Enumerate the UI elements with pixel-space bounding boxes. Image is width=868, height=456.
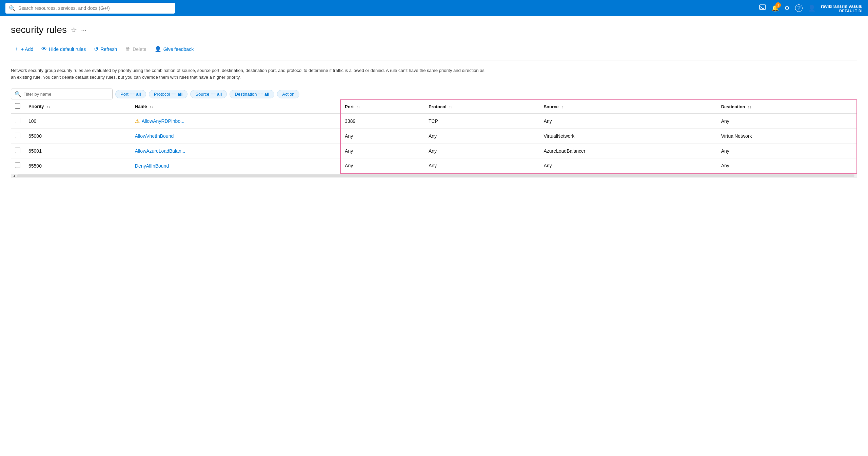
protocol-cell: Any (425, 144, 540, 158)
source-sort-icon: ↑↓ (561, 105, 565, 109)
name-sort-icon: ↑↓ (150, 104, 153, 109)
favorite-icon[interactable]: ☆ (71, 26, 77, 34)
source-cell: Any (539, 113, 717, 129)
svg-rect-0 (760, 5, 766, 10)
name-cell[interactable]: AllowVnetInBound (131, 129, 340, 144)
rule-name-link[interactable]: AllowVnetInBound (135, 133, 174, 139)
terminal-icon[interactable] (759, 4, 766, 13)
protocol-cell: Any (425, 129, 540, 144)
row-checkbox-1[interactable] (15, 133, 20, 138)
notification-icon[interactable]: 🔔 1 (771, 4, 779, 12)
source-header[interactable]: Source ↑↓ (539, 100, 717, 113)
priority-cell: 100 (24, 113, 131, 129)
main-content: security rules ☆ ··· ＋ + Add 👁 Hide defa… (0, 16, 868, 186)
rule-name-link[interactable]: DenyAllInBound (135, 163, 169, 169)
port-sort-icon: ↑↓ (356, 105, 360, 109)
table-row: 65500DenyAllInBoundAnyAnyAnyAny (11, 158, 857, 173)
priority-cell: 65001 (24, 144, 131, 158)
feedback-button[interactable]: 👤 Give feedback (152, 44, 197, 54)
action-filter-chip[interactable]: Action (277, 90, 299, 98)
source-cell: AzureLoadBalancer (539, 144, 717, 158)
protocol-cell: TCP (425, 113, 540, 129)
select-all-checkbox[interactable] (15, 103, 20, 109)
delete-button[interactable]: 🗑 Delete (122, 44, 149, 54)
tenant: DEFAULT DI (821, 9, 863, 13)
user-info: ravikiransrinivasulu DEFAULT DI (821, 4, 863, 13)
row-checkbox-cell[interactable] (11, 113, 24, 129)
table-row: 65001AllowAzureLoadBalan...AnyAnyAzureLo… (11, 144, 857, 158)
scrollbar-track[interactable] (17, 174, 854, 177)
rule-name-link[interactable]: AllowAzureLoadBalan... (135, 148, 185, 154)
table-row: 65000AllowVnetInBoundAnyAnyVirtualNetwor… (11, 129, 857, 144)
profile-icon[interactable]: 👤 (808, 4, 815, 12)
row-checkbox-0[interactable] (15, 118, 20, 123)
description-text: Network security group security rules ar… (11, 67, 486, 80)
port-cell: Any (340, 129, 425, 144)
destination-sort-icon: ↑↓ (748, 105, 751, 109)
horizontal-scrollbar[interactable]: ◄ (11, 174, 857, 178)
search-bar[interactable]: 🔍 (5, 3, 175, 14)
row-checkbox-2[interactable] (15, 148, 20, 153)
protocol-filter-chip[interactable]: Protocol == all (149, 90, 188, 98)
eye-icon: 👁 (41, 46, 47, 52)
select-all-header[interactable] (11, 100, 24, 113)
source-cell: Any (539, 158, 717, 173)
name-header[interactable]: Name ↑↓ (131, 100, 340, 113)
row-checkbox-3[interactable] (15, 163, 20, 168)
refresh-button[interactable]: ↺ Refresh (91, 44, 120, 54)
filter-search-icon: 🔍 (15, 91, 21, 97)
source-cell: VirtualNetwork (539, 129, 717, 144)
port-filter-chip[interactable]: Port == all (115, 90, 146, 98)
notification-badge: 1 (775, 2, 781, 8)
table-row: 100⚠AllowAnyRDPInbo...3389TCPAnyAny (11, 113, 857, 129)
row-checkbox-cell[interactable] (11, 129, 24, 144)
nav-icons: 🔔 1 ⚙ ? 👤 ravikiransrinivasulu DEFAULT D… (759, 4, 863, 13)
port-cell: Any (340, 158, 425, 173)
search-input[interactable] (18, 5, 172, 11)
scroll-left-arrow[interactable]: ◄ (12, 174, 16, 178)
destination-cell: Any (717, 113, 857, 129)
username: ravikiransrinivasulu (821, 4, 863, 9)
settings-icon[interactable]: ⚙ (784, 4, 790, 12)
page-title-row: security rules ☆ ··· (11, 24, 857, 35)
feedback-icon: 👤 (155, 46, 161, 52)
add-button[interactable]: ＋ + Add (11, 43, 36, 55)
priority-cell: 65000 (24, 129, 131, 144)
protocol-cell: Any (425, 158, 540, 173)
protocol-sort-icon: ↑↓ (449, 105, 453, 109)
row-checkbox-cell[interactable] (11, 144, 24, 158)
port-header[interactable]: Port ↑↓ (340, 100, 425, 113)
destination-cell: Any (717, 158, 857, 173)
destination-filter-chip[interactable]: Destination == all (230, 90, 274, 98)
name-cell[interactable]: DenyAllInBound (131, 158, 340, 173)
hide-default-rules-button[interactable]: 👁 Hide default rules (39, 44, 88, 54)
destination-header[interactable]: Destination ↑↓ (717, 100, 857, 113)
protocol-header[interactable]: Protocol ↑↓ (425, 100, 540, 113)
delete-icon: 🗑 (125, 46, 131, 52)
refresh-icon: ↺ (94, 46, 98, 52)
priority-sort-icon: ↑↓ (46, 104, 50, 109)
security-rules-table: Priority ↑↓ Name ↑↓ Port ↑↓ Protocol ↑↓ (11, 99, 857, 174)
destination-cell: VirtualNetwork (717, 129, 857, 144)
source-filter-chip[interactable]: Source == all (190, 90, 227, 98)
warning-icon: ⚠ (135, 118, 140, 124)
priority-cell: 65500 (24, 158, 131, 173)
rule-name-link[interactable]: AllowAnyRDPInbo... (142, 118, 184, 124)
page-title: security rules (11, 24, 67, 35)
port-cell: 3389 (340, 113, 425, 129)
priority-header[interactable]: Priority ↑↓ (24, 100, 131, 113)
filter-by-name[interactable]: 🔍 (11, 89, 113, 99)
toolbar: ＋ + Add 👁 Hide default rules ↺ Refresh 🗑… (11, 43, 857, 60)
filter-name-input[interactable] (23, 92, 109, 97)
name-cell[interactable]: ⚠AllowAnyRDPInbo... (131, 113, 340, 129)
table-header-row: Priority ↑↓ Name ↑↓ Port ↑↓ Protocol ↑↓ (11, 100, 857, 113)
filters-row: 🔍 Port == all Protocol == all Source == … (11, 89, 857, 99)
name-cell[interactable]: AllowAzureLoadBalan... (131, 144, 340, 158)
add-icon: ＋ (14, 45, 19, 53)
top-navigation: 🔍 🔔 1 ⚙ ? 👤 ravikiransrinivasulu DEFAULT… (0, 0, 868, 16)
security-rules-table-container: Priority ↑↓ Name ↑↓ Port ↑↓ Protocol ↑↓ (11, 99, 857, 178)
help-icon[interactable]: ? (795, 4, 803, 12)
port-cell: Any (340, 144, 425, 158)
more-options-icon[interactable]: ··· (81, 26, 87, 34)
row-checkbox-cell[interactable] (11, 158, 24, 173)
